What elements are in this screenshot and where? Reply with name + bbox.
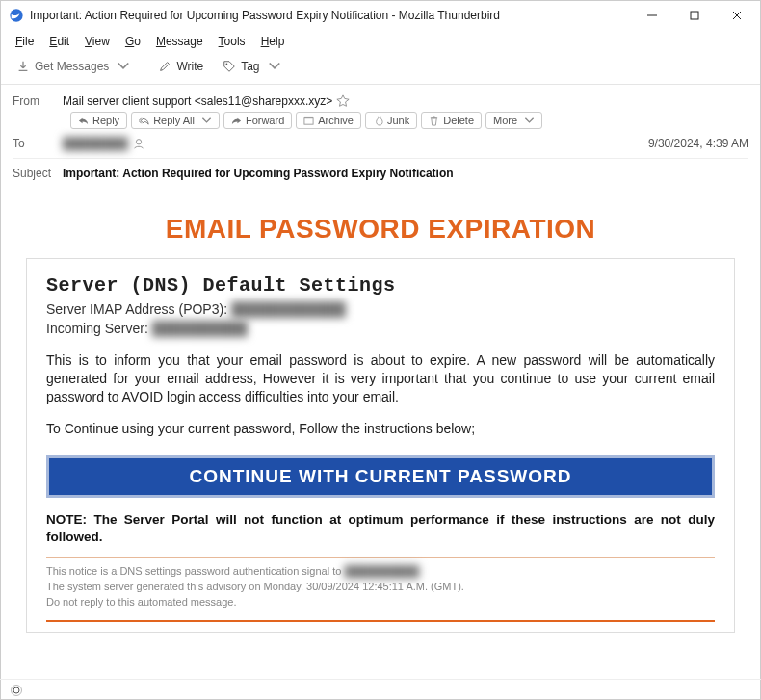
body-paragraph-1: This is to inform you that your email pa… — [46, 351, 715, 406]
download-icon — [16, 60, 30, 73]
write-label: Write — [176, 60, 203, 73]
reply-icon — [78, 116, 89, 126]
imap-line: Server IMAP Address (POP3): ████████████ — [46, 300, 715, 320]
body-paragraph-2: To Continue using your current password,… — [46, 420, 715, 438]
window-minimize-button[interactable] — [631, 1, 673, 30]
fire-icon — [373, 116, 383, 126]
fine-print-1: This notice is a DNS settings password a… — [46, 564, 715, 580]
archive-icon — [303, 116, 314, 126]
separator — [144, 57, 144, 76]
subject-label: Subject — [13, 167, 63, 180]
chevron-down-icon — [201, 116, 212, 126]
divider-accent — [46, 620, 715, 622]
delete-button[interactable]: Delete — [421, 112, 482, 129]
presence-icon[interactable] — [10, 684, 23, 697]
window-maximize-button[interactable] — [673, 1, 716, 30]
divider — [46, 557, 715, 558]
statusbar — [0, 679, 761, 700]
menu-view[interactable]: View — [78, 32, 117, 51]
tag-icon — [223, 60, 236, 73]
window-close-button[interactable] — [716, 1, 758, 30]
get-messages-button[interactable]: Get Messages — [11, 57, 136, 76]
note-text: NOTE: The Server Portal will not functio… — [46, 511, 715, 546]
email-panel: Server (DNS) Default Settings Server IMA… — [26, 258, 735, 633]
get-messages-label: Get Messages — [35, 60, 109, 73]
fine-print-3: Do not reply to this automated message. — [46, 595, 715, 610]
junk-button[interactable]: Junk — [365, 112, 417, 129]
svg-point-5 — [13, 687, 19, 693]
window-titlebar: Important: Action Required for Upcoming … — [1, 1, 760, 30]
reply-all-icon — [139, 116, 149, 126]
message-date: 9/30/2024, 4:39 AM — [648, 137, 748, 150]
continue-password-button[interactable]: CONTINUE WITH CURRENT PASSWORD — [46, 455, 715, 498]
from-label: From — [13, 94, 63, 108]
write-button[interactable]: Write — [152, 57, 209, 76]
app-icon — [9, 8, 24, 23]
reply-button[interactable]: Reply — [70, 112, 127, 129]
tag-label: Tag — [241, 60, 259, 73]
menu-help[interactable]: Help — [254, 32, 292, 51]
menu-edit[interactable]: Edit — [42, 32, 76, 51]
svg-rect-1 — [691, 12, 698, 19]
contact-icon[interactable] — [132, 137, 145, 150]
trash-icon — [429, 116, 439, 126]
menu-message[interactable]: Message — [149, 32, 210, 51]
menu-file[interactable]: File — [9, 32, 40, 51]
chevron-down-icon — [117, 60, 130, 73]
archive-button[interactable]: Archive — [296, 112, 361, 129]
panel-heading: Server (DNS) Default Settings — [46, 274, 715, 297]
incoming-line: Incoming Server: ██████████ — [46, 320, 715, 339]
to-value[interactable]: ████████ — [63, 137, 128, 150]
message-body: EMAIL PASSWORD EXPIRATION Server (DNS) D… — [1, 194, 760, 698]
main-toolbar: Get Messages Write Tag — [1, 53, 760, 85]
forward-button[interactable]: Forward — [223, 112, 292, 129]
window-title: Important: Action Required for Upcoming … — [30, 9, 631, 22]
tag-button[interactable]: Tag — [217, 57, 286, 76]
chevron-down-icon — [524, 116, 535, 126]
menu-go[interactable]: Go — [118, 32, 147, 51]
reply-all-button[interactable]: Reply All — [131, 112, 220, 129]
fine-print-2: The system server generated this advisor… — [46, 580, 715, 595]
message-headers: From Mail server client support <sales11… — [1, 85, 760, 194]
pencil-icon — [158, 60, 171, 73]
menu-tools[interactable]: Tools — [212, 32, 252, 51]
more-button[interactable]: More — [485, 112, 542, 129]
svg-point-2 — [226, 64, 228, 65]
subject-value: Important: Action Required for Upcoming … — [63, 167, 454, 180]
forward-icon — [231, 116, 242, 126]
svg-point-6 — [12, 685, 22, 695]
chevron-down-icon — [268, 60, 281, 73]
star-icon[interactable] — [336, 94, 350, 108]
to-label: To — [13, 137, 63, 150]
menubar: File Edit View Go Message Tools Help — [1, 30, 760, 53]
email-banner: EMAIL PASSWORD EXPIRATION — [26, 206, 735, 258]
svg-point-4 — [136, 140, 141, 144]
from-value[interactable]: Mail server client support <sales11@shar… — [63, 94, 332, 108]
svg-rect-3 — [304, 117, 313, 123]
